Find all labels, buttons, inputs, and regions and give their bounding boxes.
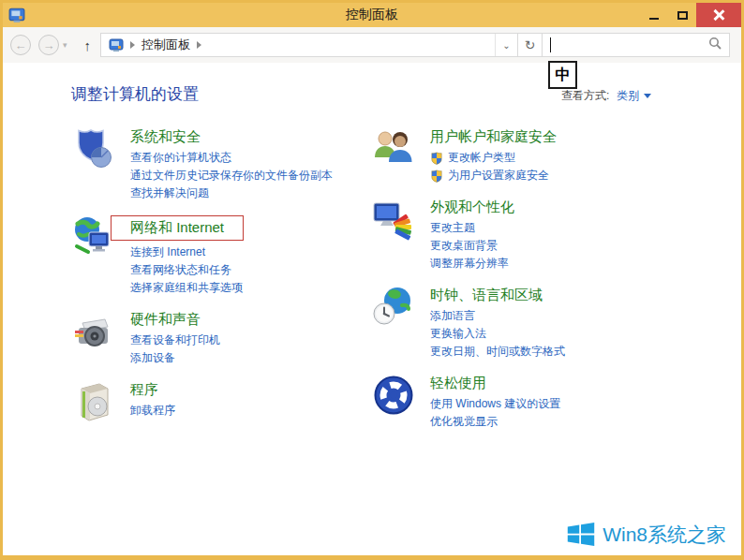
- windows-logo-icon: [566, 520, 596, 550]
- category-link[interactable]: 添加语言: [430, 307, 565, 325]
- category-title[interactable]: 系统和安全: [130, 127, 201, 146]
- category-link[interactable]: 查看设备和打印机: [130, 332, 220, 349]
- category-link[interactable]: 优化视觉显示: [430, 413, 560, 431]
- category-title[interactable]: 网络和 Internet: [111, 215, 244, 241]
- category-link[interactable]: 更换输入法: [430, 325, 565, 343]
- main-content: 调整计算机的设置 查看方式: 类别 系统和安全查看你的计算机状态通过文件历史记录…: [3, 63, 741, 555]
- category-title[interactable]: 时钟、语言和区域: [430, 286, 543, 304]
- category-link[interactable]: 查找并解决问题: [130, 184, 333, 202]
- category-column-left: 系统和安全查看你的计算机状态通过文件历史记录保存你的文件备份副本查找并解决问题网…: [71, 126, 364, 436]
- close-icon: [713, 9, 724, 21]
- breadcrumb-chevron-icon[interactable]: [197, 41, 201, 49]
- category-link[interactable]: 更改帐户类型: [430, 149, 557, 167]
- category-link-label: 卸载程序: [130, 402, 175, 420]
- search-input[interactable]: [542, 33, 730, 57]
- category-link[interactable]: 查看网络状态和任务: [130, 261, 244, 279]
- chevron-down-icon[interactable]: [644, 94, 651, 98]
- category-link[interactable]: 更改主题: [430, 219, 514, 237]
- address-bar[interactable]: 控制面板 ⌄: [100, 33, 518, 57]
- refresh-button[interactable]: ↻: [518, 33, 543, 57]
- window-title: 控制面板: [3, 7, 741, 23]
- view-by-control: 查看方式: 类别: [561, 88, 651, 104]
- maximize-button[interactable]: [668, 3, 696, 27]
- close-button[interactable]: [696, 3, 741, 27]
- view-by-label: 查看方式:: [561, 88, 609, 104]
- category-link[interactable]: 更改桌面背景: [430, 237, 514, 255]
- address-dropdown-button[interactable]: ⌄: [495, 34, 517, 56]
- up-button[interactable]: ↑: [84, 37, 92, 53]
- forward-arrow-icon: →: [43, 38, 55, 52]
- category-section: 系统和安全查看你的计算机状态通过文件历史记录保存你的文件备份副本查找并解决问题: [71, 126, 364, 202]
- minimize-icon: [649, 18, 659, 20]
- category-body: 系统和安全查看你的计算机状态通过文件历史记录保存你的文件备份副本查找并解决问题: [130, 126, 333, 202]
- category-link[interactable]: 更改日期、时间或数字格式: [430, 343, 565, 361]
- appearance-icon[interactable]: [371, 197, 416, 242]
- clock-language-icon[interactable]: [371, 285, 416, 330]
- category-link[interactable]: 通过文件历史记录保存你的文件备份副本: [130, 167, 333, 184]
- ease-of-access-icon[interactable]: [371, 373, 416, 418]
- category-link-label: 更改桌面背景: [430, 237, 498, 255]
- ime-indicator[interactable]: 中: [548, 61, 577, 89]
- category-link-label: 调整屏幕分辨率: [430, 255, 509, 273]
- navigation-bar: ← → ▾ ↑ 控制面板 ⌄ ↻: [3, 27, 741, 63]
- category-section: 网络和 Internet连接到 Internet查看网络状态和任务选择家庭组和共…: [71, 214, 364, 297]
- category-title[interactable]: 用户帐户和家庭安全: [430, 127, 557, 146]
- view-by-dropdown[interactable]: 类别: [617, 88, 639, 104]
- uac-shield-icon: [430, 169, 443, 183]
- category-link[interactable]: 查看你的计算机状态: [130, 149, 333, 167]
- user-accounts-icon[interactable]: [371, 126, 416, 171]
- category-title[interactable]: 轻松使用: [430, 374, 486, 392]
- back-button[interactable]: ←: [10, 35, 31, 55]
- page-title: 调整计算机的设置: [71, 83, 199, 105]
- category-link-label: 通过文件历史记录保存你的文件备份副本: [130, 167, 333, 184]
- control-panel-window: 控制面板 ← → ▾ ↑ 控制面板 ⌄ ↻: [0, 0, 744, 560]
- category-link[interactable]: 连接到 Internet: [130, 243, 244, 261]
- category-title[interactable]: 程序: [130, 380, 158, 399]
- category-link[interactable]: 卸载程序: [130, 402, 175, 420]
- breadcrumb-chevron-icon[interactable]: [130, 41, 135, 49]
- category-link-label: 查看网络状态和任务: [130, 261, 231, 279]
- forward-button[interactable]: →: [38, 35, 59, 55]
- hardware-sound-icon[interactable]: [71, 309, 116, 354]
- maximize-icon: [677, 11, 688, 20]
- category-link-label: 使用 Windows 建议的设置: [430, 395, 560, 413]
- window-controls: [640, 3, 741, 27]
- category-link-label: 查看设备和打印机: [130, 332, 220, 349]
- category-body: 外观和个性化更改主题更改桌面背景调整屏幕分辨率: [430, 197, 514, 273]
- category-body: 程序卸载程序: [130, 379, 175, 420]
- category-link[interactable]: 为用户设置家庭安全: [430, 167, 557, 184]
- category-link[interactable]: 选择家庭组和共享选项: [130, 279, 244, 297]
- minimize-button[interactable]: [640, 3, 668, 27]
- category-link-label: 添加设备: [130, 349, 175, 367]
- category-title[interactable]: 外观和个性化: [430, 198, 514, 216]
- breadcrumb[interactable]: 控制面板: [101, 34, 495, 56]
- category-body: 时钟、语言和区域添加语言更换输入法更改日期、时间或数字格式: [430, 285, 565, 361]
- search-icon[interactable]: [708, 37, 722, 53]
- category-link-label: 更改主题: [430, 219, 475, 237]
- category-link-label: 优化视觉显示: [430, 413, 498, 431]
- category-section: 外观和个性化更改主题更改桌面背景调整屏幕分辨率: [371, 197, 690, 273]
- network-internet-icon[interactable]: [71, 214, 116, 259]
- category-link-label: 连接到 Internet: [130, 243, 205, 261]
- category-link-label: 查看你的计算机状态: [130, 149, 231, 167]
- watermark-text: Win8系统之家: [603, 522, 726, 548]
- breadcrumb-item-control-panel[interactable]: 控制面板: [141, 37, 190, 53]
- category-link[interactable]: 添加设备: [130, 349, 220, 367]
- category-title[interactable]: 硬件和声音: [130, 310, 201, 329]
- system-security-icon[interactable]: [71, 126, 116, 171]
- programs-icon[interactable]: [71, 379, 116, 424]
- recent-pages-dropdown[interactable]: ▾: [63, 40, 67, 50]
- category-link[interactable]: 使用 Windows 建议的设置: [430, 395, 560, 413]
- category-section: 时钟、语言和区域添加语言更换输入法更改日期、时间或数字格式: [371, 285, 690, 361]
- category-section: 轻松使用使用 Windows 建议的设置优化视觉显示: [371, 373, 690, 431]
- category-column-right: 用户帐户和家庭安全更改帐户类型为用户设置家庭安全外观和个性化更改主题更改桌面背景…: [371, 126, 690, 443]
- category-section: 用户帐户和家庭安全更改帐户类型为用户设置家庭安全: [371, 126, 690, 184]
- category-link-label: 更改日期、时间或数字格式: [430, 343, 565, 361]
- title-bar[interactable]: 控制面板: [3, 3, 741, 27]
- category-body: 用户帐户和家庭安全更改帐户类型为用户设置家庭安全: [430, 126, 557, 184]
- category-link[interactable]: 调整屏幕分辨率: [430, 255, 514, 273]
- category-section: 硬件和声音查看设备和打印机添加设备: [71, 309, 364, 367]
- category-link-label: 选择家庭组和共享选项: [130, 279, 243, 297]
- category-link-label: 查找并解决问题: [130, 184, 209, 202]
- category-link-label: 添加语言: [430, 307, 475, 325]
